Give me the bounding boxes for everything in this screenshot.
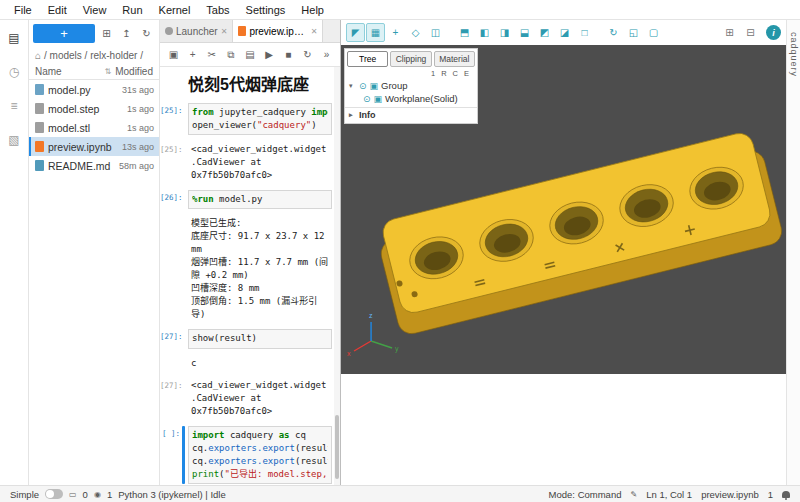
tab-material[interactable]: Material <box>434 51 475 67</box>
tab-clipping[interactable]: Clipping <box>390 51 431 67</box>
collapse-panel-button[interactable]: ⊟ <box>741 23 760 42</box>
active-code-cell[interactable]: [ ]: import cadquery as cq cq.exporters.… <box>160 426 340 484</box>
menu-view[interactable]: View <box>75 4 115 16</box>
menu-kernel[interactable]: Kernel <box>151 4 199 16</box>
pin-panel-button[interactable]: ⊞ <box>720 23 739 42</box>
expand-all-button[interactable]: E <box>464 69 469 78</box>
tree-node-label[interactable]: Workplane(Solid) <box>385 93 458 104</box>
new-launcher-button[interactable]: + <box>33 24 95 43</box>
code-editor[interactable]: show(result) <box>188 329 332 348</box>
scrollbar-thumb[interactable] <box>335 415 339 479</box>
new-folder-button[interactable]: ⊞ <box>98 25 115 43</box>
kernels-count[interactable]: 1 <box>107 489 112 500</box>
view-iso-button[interactable]: ⬒ <box>455 23 474 42</box>
kernel-status[interactable]: Python 3 (ipykernel) | Idle <box>118 489 226 500</box>
column-header-name[interactable]: Name <box>35 66 104 77</box>
cell-collapser[interactable] <box>182 356 185 371</box>
notification-count[interactable]: 1 <box>768 489 773 500</box>
file-row-model-py[interactable]: model.py 31s ago <box>29 80 159 99</box>
collapse-root-button[interactable]: R <box>441 69 446 78</box>
active-cell-indicator[interactable] <box>182 426 185 484</box>
file-row-preview-ipynb[interactable]: preview.ipynb 13s ago <box>29 137 159 156</box>
grid-toggle-button[interactable]: ▦ <box>366 23 385 42</box>
sort-icon[interactable]: ⇅ <box>104 67 111 76</box>
transparency-toggle-button[interactable]: ▢ <box>644 23 663 42</box>
info-section[interactable]: ▸ Info <box>345 107 477 122</box>
mesh-icon[interactable]: ▣ <box>374 94 383 104</box>
right-sidebar-tab-cadquery[interactable]: cadquery <box>789 32 799 485</box>
cad-viewport[interactable]: x y z Tree Clipping Material 1 R <box>341 45 786 374</box>
visibility-eye-icon[interactable]: ⊙ <box>363 94 371 104</box>
axes-toggle-button[interactable]: + <box>386 23 405 42</box>
run-cell-button[interactable]: ▶ <box>261 46 278 64</box>
notebook-scrollbar[interactable] <box>334 67 340 485</box>
terminals-count[interactable]: 0 <box>83 489 88 500</box>
menu-help[interactable]: Help <box>293 4 332 16</box>
axes0-toggle-button[interactable]: ◇ <box>406 23 425 42</box>
reset-view-button[interactable]: ↻ <box>604 23 623 42</box>
tree-node-group[interactable]: ▾ ⊙ ▣ Group <box>345 79 477 92</box>
tree-node-label[interactable]: Group <box>381 80 407 91</box>
cut-cells-button[interactable]: ✂ <box>203 46 220 64</box>
menu-file[interactable]: File <box>6 4 40 16</box>
restart-kernel-button[interactable]: ↻ <box>299 46 316 64</box>
view-right-button[interactable]: ◩ <box>535 23 554 42</box>
code-editor[interactable]: import cadquery as cq cq.exporters.expor… <box>188 426 332 484</box>
tab-launcher[interactable]: Launcher ✕ <box>160 20 233 42</box>
simple-mode-toggle[interactable] <box>45 489 63 499</box>
view-bottom-button[interactable]: □ <box>575 23 594 42</box>
menu-tabs[interactable]: Tabs <box>198 4 237 16</box>
ortho-toggle-button[interactable]: ◫ <box>426 23 445 42</box>
cell-collapser[interactable] <box>182 190 185 209</box>
menu-settings[interactable]: Settings <box>238 4 294 16</box>
tab-tree[interactable]: Tree <box>347 51 388 67</box>
breadcrumb-path[interactable]: / models / relx-holder / <box>44 50 143 61</box>
expander-icon[interactable]: ▾ <box>349 82 356 90</box>
info-icon[interactable]: i <box>766 25 781 40</box>
save-button[interactable]: ▣ <box>165 46 182 64</box>
view-top-button[interactable]: ◪ <box>555 23 574 42</box>
cell-collapser[interactable] <box>182 329 185 348</box>
collapse-level-1-button[interactable]: 1 <box>431 69 435 78</box>
cell-collapser[interactable] <box>182 103 185 135</box>
home-icon[interactable]: ⌂ <box>35 50 41 61</box>
sidebar-tab-file-browser[interactable]: ▤ <box>3 28 25 48</box>
code-cell[interactable]: [27]: show(result) <box>160 329 340 348</box>
mesh-icon[interactable]: ▣ <box>370 81 379 91</box>
file-row-model-stl[interactable]: model.stl 1s ago <box>29 118 159 137</box>
sidebar-tab-running-sessions[interactable]: ◷ <box>3 62 25 82</box>
view-front-button[interactable]: ◧ <box>475 23 494 42</box>
markdown-cell[interactable]: 悦刻5代烟弹底座 <box>160 75 340 96</box>
insert-cell-button[interactable]: + <box>184 46 201 64</box>
cell-collapser[interactable] <box>182 378 185 419</box>
copy-cells-button[interactable]: ⧉ <box>222 46 239 64</box>
select-tool-button[interactable]: ◤ <box>346 23 365 42</box>
tab-preview-ipynb[interactable]: preview.ipynb ✕ <box>233 20 323 42</box>
code-cell[interactable]: [25]: from jupyter_cadquery import open_… <box>160 103 340 135</box>
sidebar-tab-extensions[interactable]: ▧ <box>3 130 25 150</box>
code-cell[interactable]: [26]: %run model.py <box>160 190 340 209</box>
cad-model[interactable] <box>373 129 784 337</box>
interrupt-kernel-button[interactable]: ■ <box>280 46 297 64</box>
cell-collapser[interactable] <box>182 75 185 96</box>
fit-view-button[interactable]: ◱ <box>624 23 643 42</box>
menu-run[interactable]: Run <box>114 4 150 16</box>
file-row-model-step[interactable]: model.step 1s ago <box>29 99 159 118</box>
close-tab-icon[interactable]: ✕ <box>311 27 318 36</box>
view-left-button[interactable]: ⬓ <box>515 23 534 42</box>
collapse-all-button[interactable]: C <box>453 69 458 78</box>
menu-edit[interactable]: Edit <box>40 4 75 16</box>
paste-cells-button[interactable]: ▤ <box>241 46 258 64</box>
cell-collapser[interactable] <box>182 142 185 183</box>
tree-node-workplane[interactable]: ⊙ ▣ Workplane(Solid) <box>345 92 477 105</box>
sidebar-tab-table-of-contents[interactable]: ≡ <box>3 96 25 116</box>
visibility-eye-icon[interactable]: ⊙ <box>359 81 367 91</box>
upload-button[interactable]: ↥ <box>118 25 135 43</box>
column-header-modified[interactable]: Modified <box>115 66 153 77</box>
code-editor[interactable]: from jupyter_cadquery import open_viewer… <box>188 103 332 135</box>
restart-run-all-button[interactable]: » <box>318 46 335 64</box>
cursor-position[interactable]: Ln 1, Col 1 <box>646 489 692 500</box>
close-tab-icon[interactable]: ✕ <box>221 27 228 36</box>
view-rear-button[interactable]: ◨ <box>495 23 514 42</box>
cell-collapser[interactable] <box>182 216 185 322</box>
